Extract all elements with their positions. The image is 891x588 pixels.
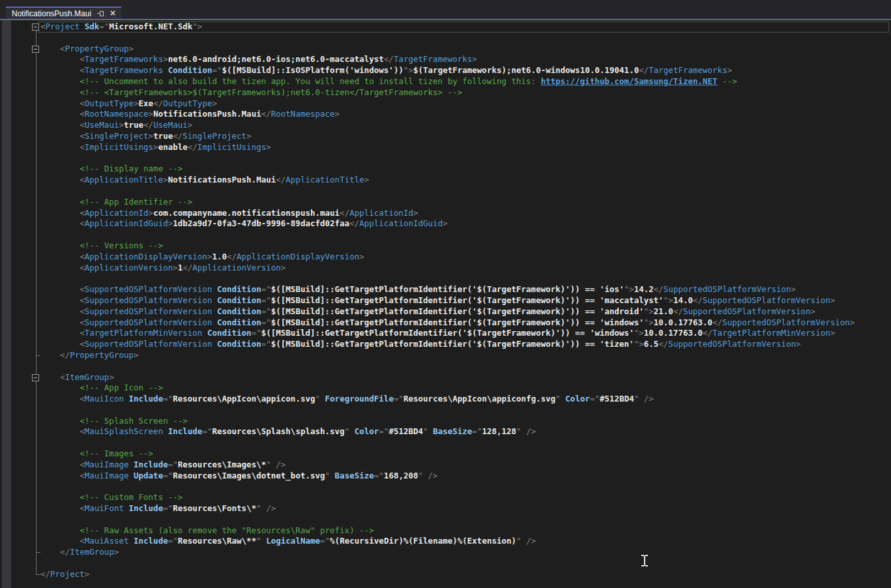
code-line: [0, 33, 891, 44]
token-attribute-value: Resources\Splash\splash.svg: [212, 426, 344, 436]
token-text-content: 1db2a9d7-0fa3-47db-9996-89dacfd02faa: [173, 218, 349, 228]
code-line: <SupportedOSPlatformVersion Condition="$…: [0, 317, 891, 329]
code-editor[interactable]: <Project Sdk="Microsoft.NET.Sdk"> <Prope…: [0, 20, 891, 588]
token-delimiter: <: [80, 120, 85, 130]
token-delimiter: ">: [624, 284, 634, 294]
token-whitespace: [40, 54, 80, 64]
token-delimiter: >: [472, 54, 477, 64]
token-tag-name: SupportedOSPlatformVersion: [722, 317, 850, 327]
code-link[interactable]: https://github.com/Samsung/Tizen.NET: [541, 76, 718, 86]
token-delimiter: </: [703, 328, 712, 338]
token-text-content: com.companyname.notificationspush.maui: [153, 208, 340, 218]
code-line: <MauiIcon Include="Resources\AppIcon\app…: [0, 394, 891, 405]
code-line: <ImplicitUsings>enable</ImplicitUsings>: [0, 142, 891, 153]
token-whitespace: [40, 87, 80, 97]
token-tag-name: SupportedOSPlatformVersion: [85, 306, 212, 316]
code-line: </PropertyGroup>: [0, 350, 891, 361]
collapse-toggle-icon[interactable]: [32, 46, 39, 53]
code-line: [0, 153, 891, 164]
token-attribute-value: Resources\AppIcon\appicon.svg: [173, 394, 315, 404]
token-comment: <!-- Images -->: [80, 448, 153, 458]
token-comment: <!-- App Identifier -->: [80, 197, 192, 207]
token-tag-name: TargetFrameworks: [649, 65, 727, 75]
token-tag-name: MauiImage: [85, 471, 129, 480]
token-tag-name: ApplicationDisplayVersion: [85, 252, 207, 261]
token-delimiter: >: [335, 109, 340, 119]
token-delimiter: =": [472, 426, 482, 436]
token-tag-name: UseMaui: [85, 120, 119, 130]
token-delimiter: ">: [644, 306, 654, 316]
token-tag-name: OutputType: [163, 98, 212, 108]
code-line: <MauiFont Include="Resources\Fonts\*" />: [0, 503, 891, 514]
code-line: <RootNamespace>NotificationsPush.Maui</R…: [0, 109, 891, 120]
token-whitespace: [40, 175, 80, 184]
token-delimiter: <: [80, 317, 85, 327]
token-attribute-value: $([MSBuild]::IsOSPlatform('windows')): [222, 65, 403, 75]
token-attribute-name: Condition: [212, 339, 261, 349]
token-delimiter: >: [188, 120, 193, 130]
token-tag-name: MauiFont: [85, 503, 124, 513]
token-tag-name: OutputType: [85, 98, 134, 108]
close-icon[interactable]: ×: [110, 10, 115, 17]
token-delimiter: >: [85, 569, 90, 579]
token-tag-name: SingleProject: [85, 131, 149, 141]
collapse-toggle-icon[interactable]: [32, 374, 39, 381]
token-tag-name: SupportedOSPlatformVersion: [668, 339, 796, 349]
code-line: <TargetFrameworks>net6.0-android;net6.0-…: [0, 54, 891, 65]
token-delimiter: <: [80, 394, 85, 404]
token-whitespace: [40, 536, 80, 546]
code-line: <ApplicationId>com.companyname.notificat…: [0, 208, 891, 219]
pin-icon[interactable]: [97, 10, 104, 17]
token-delimiter: " />: [516, 536, 536, 546]
tab-notificationspush-maui[interactable]: NotificationsPush.Maui ×: [6, 7, 121, 19]
token-delimiter: <: [80, 65, 85, 75]
token-delimiter: =": [168, 536, 178, 546]
code-line: </Project>: [0, 569, 891, 580]
token-delimiter: <: [40, 22, 46, 31]
token-tag-name: SingleProject: [183, 131, 246, 141]
token-tag-name: UseMaui: [153, 120, 188, 130]
token-tag-name: SupportedOSPlatformVersion: [664, 284, 791, 294]
token-delimiter: </: [693, 295, 703, 305]
token-comment: <!-- Raw Assets (also remove the "Resour…: [80, 525, 374, 535]
token-attribute-value: Resources\Images\*: [178, 460, 266, 469]
code-line: <SupportedOSPlatformVersion Condition="$…: [0, 295, 891, 306]
token-attribute-name: Include: [128, 536, 168, 546]
collapse-toggle-icon[interactable]: [32, 23, 39, 31]
token-attribute-name: Condition: [212, 295, 261, 305]
token-delimiter: <: [80, 98, 85, 108]
token-delimiter: " />: [516, 426, 536, 436]
token-attribute-value: $([MSBuild]::GetTargetPlatformIdentifier…: [261, 328, 634, 338]
token-whitespace: [40, 252, 80, 261]
token-delimiter: ": [555, 394, 561, 404]
token-delimiter: >: [811, 306, 816, 316]
token-whitespace: [40, 218, 80, 228]
token-delimiter: </: [60, 547, 70, 557]
token-delimiter: </: [639, 65, 649, 75]
code-line: <TargetFrameworks Condition="$([MSBuild]…: [0, 65, 891, 76]
code-line: <!-- App Icon -->: [0, 383, 891, 394]
token-delimiter: =": [320, 536, 330, 546]
token-delimiter: =": [168, 460, 178, 469]
token-delimiter: <: [80, 426, 85, 436]
token-tag-name: ImplicitUsings: [85, 142, 153, 152]
token-attribute-value: $([MSBuild]::GetTargetPlatformIdentifier…: [271, 295, 664, 305]
token-attribute-name: Include: [128, 460, 168, 469]
token-attribute-name: LogicalName: [261, 536, 320, 546]
token-delimiter: <: [80, 263, 85, 272]
token-delimiter: </: [183, 263, 192, 272]
code-line: [0, 481, 891, 492]
token-text-content: $(TargetFrameworks);net6.0-windows10.0.1…: [413, 65, 639, 75]
token-comment: <!-- App Icon -->: [80, 383, 163, 392]
token-delimiter: =": [261, 306, 271, 316]
token-delimiter: =": [163, 471, 173, 480]
token-delimiter: >: [163, 175, 168, 184]
code-area[interactable]: <Project Sdk="Microsoft.NET.Sdk"> <Prope…: [0, 20, 891, 580]
token-tag-name: MauiImage: [85, 460, 129, 469]
code-line: <MauiAsset Include="Resources\Raw\**" Lo…: [0, 536, 891, 547]
code-line: <TargetPlatformMinVersion Condition="$([…: [0, 328, 891, 339]
token-tag-name: ApplicationVersion: [85, 263, 173, 272]
token-delimiter: ": [256, 536, 261, 546]
token-delimiter: <: [80, 306, 85, 316]
token-attribute-value: %(RecursiveDir)%(Filename)%(Extension): [330, 536, 516, 546]
